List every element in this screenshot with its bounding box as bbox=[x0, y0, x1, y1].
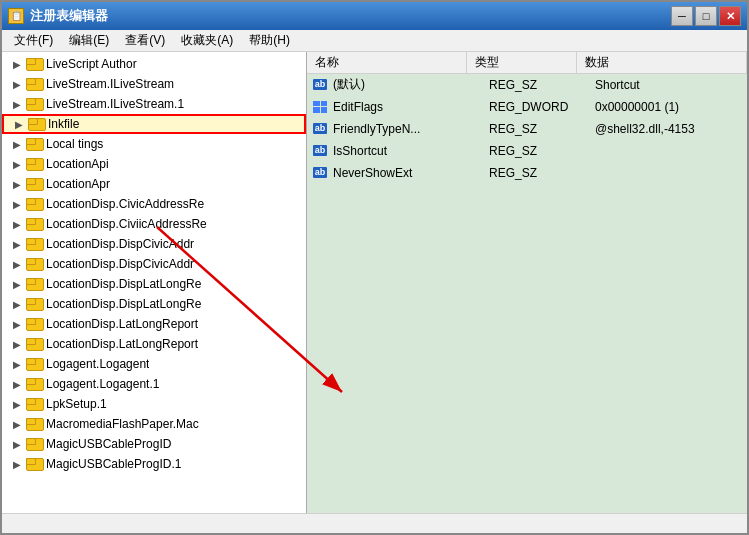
tree-item-livescript[interactable]: ▶ LiveScript Author bbox=[2, 54, 306, 74]
title-bar: 📋 注册表编辑器 ─ □ ✕ bbox=[2, 2, 747, 30]
tree-label-locdisp3: LocationDisp.DispCivicAddr bbox=[46, 237, 194, 251]
tree-label-inkfile: Inkfile bbox=[48, 117, 79, 131]
folder-icon-inkfile bbox=[28, 118, 44, 131]
ab-icon-nevershowext: ab bbox=[313, 167, 328, 178]
ab-icon-isshortcut: ab bbox=[313, 145, 328, 156]
folder-icon-locdisp2 bbox=[26, 218, 42, 231]
reg-name-editflags: EditFlags bbox=[333, 100, 489, 114]
reg-name-default: (默认) bbox=[333, 76, 489, 93]
reg-type-nevershowext: REG_SZ bbox=[489, 166, 595, 180]
expander-locdisp4[interactable]: ▶ bbox=[10, 257, 24, 271]
columns-header: 名称 类型 数据 bbox=[307, 52, 747, 74]
window-title: 注册表编辑器 bbox=[30, 7, 108, 25]
tree-label-livescript: LiveScript Author bbox=[46, 57, 137, 71]
tree-item-locdisp5[interactable]: ▶ LocationDisp.DispLatLongRe bbox=[2, 274, 306, 294]
expander-locdisp2[interactable]: ▶ bbox=[10, 217, 24, 231]
tree-item-magicusb1[interactable]: ▶ MagicUSBCableProgID bbox=[2, 434, 306, 454]
registry-row-nevershowext[interactable]: ab NeverShowExt REG_SZ bbox=[307, 162, 747, 184]
tree-label-locdisp1: LocationDisp.CivicAddressRe bbox=[46, 197, 204, 211]
tree-item-locdisp6[interactable]: ▶ LocationDisp.DispLatLongRe bbox=[2, 294, 306, 314]
tree-item-livestream1[interactable]: ▶ LiveStream.ILiveStream bbox=[2, 74, 306, 94]
registry-row-default[interactable]: ab (默认) REG_SZ Shortcut bbox=[307, 74, 747, 96]
folder-icon-locdisp1 bbox=[26, 198, 42, 211]
reg-name-isshortcut: IsShortcut bbox=[333, 144, 489, 158]
minimize-button[interactable]: ─ bbox=[671, 6, 693, 26]
expander-magicusb2[interactable]: ▶ bbox=[10, 457, 24, 471]
tree-panel: ▶ LiveScript Author ▶ LiveStream.ILiveSt… bbox=[2, 52, 307, 513]
menu-favorites[interactable]: 收藏夹(A) bbox=[173, 30, 241, 51]
expander-magicusb1[interactable]: ▶ bbox=[10, 437, 24, 451]
expander-macromedia[interactable]: ▶ bbox=[10, 417, 24, 431]
expander-localtings[interactable]: ▶ bbox=[10, 137, 24, 151]
tree-item-localtings[interactable]: ▶ Local tings bbox=[2, 134, 306, 154]
expander-livestream2[interactable]: ▶ bbox=[10, 97, 24, 111]
registry-row-isshortcut[interactable]: ab IsShortcut REG_SZ bbox=[307, 140, 747, 162]
tree-item-locationapi[interactable]: ▶ LocationApi bbox=[2, 154, 306, 174]
tree-item-livestream2[interactable]: ▶ LiveStream.ILiveStream.1 bbox=[2, 94, 306, 114]
expander-livescript[interactable]: ▶ bbox=[10, 57, 24, 71]
expander-locdisp7[interactable]: ▶ bbox=[10, 317, 24, 331]
expander-locationapi[interactable]: ▶ bbox=[10, 157, 24, 171]
menu-file[interactable]: 文件(F) bbox=[6, 30, 61, 51]
folder-icon-macromedia bbox=[26, 418, 42, 431]
registry-row-friendly[interactable]: ab FriendlyTypeN... REG_SZ @shell32.dll,… bbox=[307, 118, 747, 140]
col-header-type: 类型 bbox=[467, 52, 577, 73]
tree-item-lpksetup[interactable]: ▶ LpkSetup.1 bbox=[2, 394, 306, 414]
tree-label-locdisp7: LocationDisp.LatLongReport bbox=[46, 317, 198, 331]
expander-locdisp5[interactable]: ▶ bbox=[10, 277, 24, 291]
maximize-button[interactable]: □ bbox=[695, 6, 717, 26]
tree-item-macromedia[interactable]: ▶ MacromediaFlashPaper.Mac bbox=[2, 414, 306, 434]
tree-item-magicusb2[interactable]: ▶ MagicUSBCableProgID.1 bbox=[2, 454, 306, 474]
expander-inkfile[interactable]: ▶ bbox=[12, 117, 26, 131]
reg-icon-friendly: ab bbox=[311, 121, 329, 137]
expander-livestream1[interactable]: ▶ bbox=[10, 77, 24, 91]
menu-edit[interactable]: 编辑(E) bbox=[61, 30, 117, 51]
tree-item-logagent2[interactable]: ▶ Logagent.Logagent.1 bbox=[2, 374, 306, 394]
tree-label-logagent1: Logagent.Logagent bbox=[46, 357, 149, 371]
reg-type-friendly: REG_SZ bbox=[489, 122, 595, 136]
tree-label-magicusb2: MagicUSBCableProgID.1 bbox=[46, 457, 181, 471]
expander-logagent2[interactable]: ▶ bbox=[10, 377, 24, 391]
tree-item-locationapr[interactable]: ▶ LocationApr bbox=[2, 174, 306, 194]
expander-logagent1[interactable]: ▶ bbox=[10, 357, 24, 371]
tree-label-locdisp8: LocationDisp.LatLongReport bbox=[46, 337, 198, 351]
expander-locdisp8[interactable]: ▶ bbox=[10, 337, 24, 351]
tree-label-locdisp2: LocationDisp.CiviicAddressRe bbox=[46, 217, 207, 231]
registry-row-editflags[interactable]: EditFlags REG_DWORD 0x00000001 (1) bbox=[307, 96, 747, 118]
close-button[interactable]: ✕ bbox=[719, 6, 741, 26]
values-panel: 名称 类型 数据 ab (默认) REG_SZ Shortcut bbox=[307, 52, 747, 513]
ab-icon-friendly: ab bbox=[313, 123, 328, 134]
folder-icon-logagent1 bbox=[26, 358, 42, 371]
expander-lpksetup[interactable]: ▶ bbox=[10, 397, 24, 411]
expander-locdisp1[interactable]: ▶ bbox=[10, 197, 24, 211]
reg-icon-default: ab bbox=[311, 77, 329, 93]
folder-icon-locdisp4 bbox=[26, 258, 42, 271]
status-bar bbox=[2, 513, 747, 533]
menu-view[interactable]: 查看(V) bbox=[117, 30, 173, 51]
tree-item-inkfile[interactable]: ▶ Inkfile bbox=[2, 114, 306, 134]
menu-help[interactable]: 帮助(H) bbox=[241, 30, 298, 51]
folder-icon-locationapr bbox=[26, 178, 42, 191]
tree-item-logagent1[interactable]: ▶ Logagent.Logagent bbox=[2, 354, 306, 374]
reg-data-friendly: @shell32.dll,-4153 bbox=[595, 122, 743, 136]
tree-item-locdisp8[interactable]: ▶ LocationDisp.LatLongReport bbox=[2, 334, 306, 354]
tree-item-locdisp2[interactable]: ▶ LocationDisp.CiviicAddressRe bbox=[2, 214, 306, 234]
tree-item-locdisp1[interactable]: ▶ LocationDisp.CivicAddressRe bbox=[2, 194, 306, 214]
folder-icon-logagent2 bbox=[26, 378, 42, 391]
main-content: ▶ LiveScript Author ▶ LiveStream.ILiveSt… bbox=[2, 52, 747, 513]
expander-locationapr[interactable]: ▶ bbox=[10, 177, 24, 191]
reg-type-isshortcut: REG_SZ bbox=[489, 144, 595, 158]
tree-item-locdisp7[interactable]: ▶ LocationDisp.LatLongReport bbox=[2, 314, 306, 334]
ab-icon: ab bbox=[313, 79, 328, 90]
menu-bar: 文件(F) 编辑(E) 查看(V) 收藏夹(A) 帮助(H) bbox=[2, 30, 747, 52]
tree-area[interactable]: ▶ LiveScript Author ▶ LiveStream.ILiveSt… bbox=[2, 52, 306, 513]
app-icon: 📋 bbox=[8, 8, 24, 24]
tree-label-locdisp5: LocationDisp.DispLatLongRe bbox=[46, 277, 201, 291]
tree-item-locdisp4[interactable]: ▶ LocationDisp.DispCivicAddr bbox=[2, 254, 306, 274]
expander-locdisp3[interactable]: ▶ bbox=[10, 237, 24, 251]
col-header-data: 数据 bbox=[577, 52, 747, 73]
tree-item-locdisp3[interactable]: ▶ LocationDisp.DispCivicAddr bbox=[2, 234, 306, 254]
expander-locdisp6[interactable]: ▶ bbox=[10, 297, 24, 311]
registry-values-list[interactable]: ab (默认) REG_SZ Shortcut EditFlags REG_DW… bbox=[307, 74, 747, 513]
reg-data-default: Shortcut bbox=[595, 78, 743, 92]
